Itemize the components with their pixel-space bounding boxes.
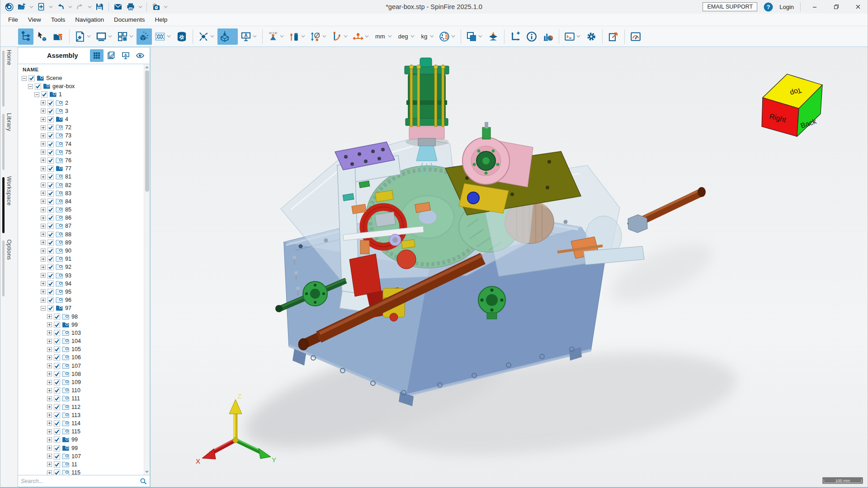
info-button[interactable] bbox=[524, 28, 539, 45]
tree-item-76[interactable]: 76 bbox=[21, 156, 150, 164]
collapse-toggle[interactable] bbox=[41, 306, 46, 311]
visibility-checkbox[interactable] bbox=[47, 165, 54, 172]
expand-toggle[interactable] bbox=[47, 437, 52, 442]
close-button[interactable] bbox=[850, 1, 866, 13]
expand-toggle[interactable] bbox=[41, 240, 46, 245]
new-document-button[interactable] bbox=[35, 1, 47, 12]
visibility-checkbox[interactable] bbox=[54, 395, 60, 402]
expand-toggle[interactable] bbox=[41, 224, 46, 229]
menu-file[interactable]: File bbox=[4, 15, 22, 24]
locale-button[interactable] bbox=[437, 28, 458, 45]
visibility-checkbox[interactable] bbox=[54, 379, 60, 385]
tree-item-4[interactable]: 4 bbox=[21, 115, 150, 123]
tree-item-111[interactable]: 111 bbox=[21, 394, 150, 403]
tree-item-109[interactable]: 109 bbox=[21, 378, 150, 386]
render-style-button[interactable] bbox=[73, 28, 93, 45]
menu-view[interactable]: View bbox=[24, 15, 45, 24]
minimize-button[interactable] bbox=[807, 1, 822, 13]
visibility-checkbox[interactable] bbox=[47, 157, 54, 164]
tree-item-86[interactable]: 86 bbox=[21, 214, 150, 222]
menu-documents[interactable]: Documents bbox=[110, 15, 149, 24]
tree-item-95[interactable]: 95 bbox=[21, 288, 150, 296]
visibility-checkbox[interactable] bbox=[54, 314, 60, 320]
tree-item-107[interactable]: 107 bbox=[21, 452, 150, 460]
tree-item-94[interactable]: 94 bbox=[21, 280, 150, 288]
tree-item-105[interactable]: 105 bbox=[21, 345, 150, 353]
search-icon[interactable] bbox=[140, 478, 147, 485]
search-input[interactable] bbox=[21, 478, 140, 484]
expand-toggle[interactable] bbox=[41, 191, 46, 196]
tree-item-88[interactable]: 88 bbox=[21, 230, 150, 239]
visibility-checkbox[interactable] bbox=[47, 248, 54, 254]
measure-height-button[interactable] bbox=[287, 28, 307, 45]
help-icon[interactable]: ? bbox=[764, 2, 773, 12]
visibility-checkbox[interactable] bbox=[47, 149, 54, 155]
menu-tools[interactable]: Tools bbox=[47, 15, 70, 24]
tree-item-99[interactable]: 99 bbox=[21, 321, 150, 329]
visibility-checkbox[interactable] bbox=[54, 338, 60, 344]
tree-item-91[interactable]: 91 bbox=[21, 255, 150, 263]
expand-toggle[interactable] bbox=[41, 289, 46, 294]
tree-item-115[interactable]: 115 bbox=[21, 469, 150, 475]
expand-toggle[interactable] bbox=[47, 396, 52, 401]
grid-view-button[interactable] bbox=[90, 49, 104, 62]
console-button[interactable] bbox=[562, 28, 583, 45]
redo-button[interactable] bbox=[74, 1, 86, 12]
tree-select-button[interactable] bbox=[18, 28, 33, 45]
expand-toggle[interactable] bbox=[41, 232, 46, 237]
expand-toggle[interactable] bbox=[41, 141, 46, 146]
visibility-checkbox[interactable] bbox=[28, 75, 35, 81]
orientation-cube[interactable]: Top Right Back bbox=[759, 69, 827, 140]
visibility-checkbox[interactable] bbox=[47, 116, 54, 122]
visibility-checkbox[interactable] bbox=[47, 190, 54, 197]
snapshot-button[interactable] bbox=[150, 1, 162, 12]
visibility-checkbox[interactable] bbox=[47, 272, 54, 279]
tree-item-92[interactable]: 92 bbox=[21, 263, 150, 271]
measure-point-button[interactable]: (X,Y,Z) bbox=[266, 28, 286, 45]
print-button[interactable] bbox=[125, 1, 137, 12]
menu-navigation[interactable]: Navigation bbox=[71, 15, 108, 24]
expand-toggle[interactable] bbox=[41, 298, 46, 303]
expand-toggle[interactable] bbox=[47, 470, 52, 475]
tree-item-83[interactable]: 83 bbox=[21, 189, 150, 197]
tree-item-75[interactable]: 75 bbox=[21, 148, 150, 156]
side-tab-workspace[interactable]: Workspace bbox=[0, 176, 18, 234]
collapse-model-button[interactable] bbox=[486, 28, 501, 45]
scroll-down-icon[interactable] bbox=[144, 469, 150, 475]
side-tab-library[interactable]: Library bbox=[0, 113, 18, 171]
tree-item-96[interactable]: 96 bbox=[21, 296, 150, 304]
tree-item-99[interactable]: 99 bbox=[21, 444, 150, 452]
side-tab-options[interactable]: Options bbox=[0, 239, 18, 297]
measure-diameter-button[interactable] bbox=[308, 28, 329, 45]
cross-section-button[interactable] bbox=[217, 28, 238, 45]
visibility-checkbox[interactable] bbox=[54, 453, 60, 460]
expand-toggle[interactable] bbox=[47, 429, 52, 434]
email-support-button[interactable]: EMAIL SUPPORT bbox=[703, 2, 757, 11]
side-tab-home[interactable]: Home bbox=[0, 50, 18, 108]
scrollbar-thumb[interactable] bbox=[145, 70, 149, 192]
menu-help[interactable]: Help bbox=[151, 15, 171, 24]
collapse-toggle[interactable] bbox=[34, 92, 39, 97]
visibility-checkbox[interactable] bbox=[47, 215, 54, 221]
undo-button[interactable] bbox=[55, 1, 66, 12]
visibility-button[interactable] bbox=[133, 49, 147, 62]
annotation-panel-button[interactable]: A bbox=[119, 49, 132, 62]
visibility-checkbox[interactable] bbox=[47, 174, 54, 180]
tree-item-112[interactable]: 112 bbox=[21, 403, 150, 411]
tree-item-81[interactable]: 81 bbox=[21, 173, 150, 181]
visibility-checkbox[interactable] bbox=[54, 428, 60, 435]
expand-toggle[interactable] bbox=[41, 199, 46, 204]
model-database-button[interactable] bbox=[174, 28, 189, 45]
visibility-checkbox[interactable] bbox=[54, 322, 60, 328]
expand-toggle[interactable] bbox=[47, 404, 52, 409]
tree-item-90[interactable]: 90 bbox=[21, 247, 150, 255]
expand-toggle[interactable] bbox=[41, 108, 46, 113]
shaded-view-button[interactable] bbox=[137, 28, 152, 45]
tree-item-74[interactable]: 74 bbox=[21, 140, 150, 148]
restore-button[interactable] bbox=[829, 1, 844, 13]
visibility-checkbox[interactable] bbox=[54, 461, 60, 468]
unit-length-button[interactable]: mm bbox=[372, 28, 394, 45]
expand-toggle[interactable] bbox=[47, 371, 52, 376]
reports-button[interactable] bbox=[540, 28, 556, 45]
expand-toggle[interactable] bbox=[47, 446, 52, 450]
